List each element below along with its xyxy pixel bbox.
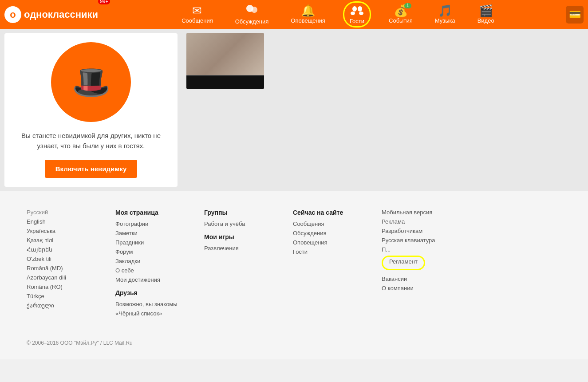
guest-name-bar [186, 75, 264, 89]
my-page-title: Моя страница [115, 209, 178, 216]
nav-label-notifications: Оповещения [291, 17, 325, 24]
lang-english[interactable]: English [27, 218, 89, 225]
nav-label-music: Музыка [435, 17, 455, 24]
logo-text: одноклассники [24, 9, 98, 20]
notifications-icon: 🔔 [301, 5, 315, 16]
lang-romanian-md[interactable]: Română (MD) [27, 265, 89, 272]
discussions-icon [245, 4, 258, 17]
music-icon: 🎵 [438, 5, 452, 16]
nav-item-discussions[interactable]: Обсуждения [231, 2, 273, 27]
invisible-text: Вы станете невидимкой для других, никто … [13, 131, 169, 151]
lang-current: Русский [27, 209, 89, 216]
now-discussions[interactable]: Обсуждения [293, 230, 355, 236]
vacancies[interactable]: Вакансии [382, 276, 444, 282]
now-notifications[interactable]: Оповещения [293, 239, 355, 246]
logo-area[interactable]: о одноклассники 99+ [4, 6, 110, 23]
footer-col-groups: Группы Работа и учёба Мои игры Развлечен… [204, 209, 266, 319]
footer-copyright: © 2006–2016 ООО "Мэйл.Ру" / LLC Mail.Ru [27, 333, 561, 346]
svg-point-5 [359, 12, 363, 15]
reglament-highlight: Регламент [382, 256, 425, 270]
mobile-version[interactable]: Мобильная версия [382, 209, 444, 216]
footer-col-right: Мобильная версия Реклама Разработчикам Р… [382, 209, 444, 319]
guest-area [182, 33, 588, 187]
nav-item-video[interactable]: 🎬 Видео [473, 3, 499, 26]
nav-item-guests[interactable]: Гости [343, 1, 371, 28]
logo-icon: о [4, 6, 21, 23]
invisible-panel: 🎩 Вы станете невидимкой для других, никт… [4, 33, 178, 187]
now-guests[interactable]: Гости [293, 248, 355, 255]
my-page-holidays[interactable]: Праздники [115, 239, 178, 246]
svg-point-4 [351, 12, 355, 15]
nav-label-video: Видео [478, 17, 494, 24]
nav-item-messages[interactable]: ✉ Сообщения [177, 3, 217, 26]
groups-work-study[interactable]: Работа и учёба [204, 221, 266, 227]
wallet-icon[interactable]: 💳 [566, 6, 584, 24]
now-on-site-title: Сейчас на сайте [293, 209, 355, 216]
svg-point-2 [352, 6, 357, 12]
copyright-text: © 2006–2016 ООО "Мэйл.Ру" / LLC Mail.Ru [27, 340, 133, 346]
logo-badge: 99+ [98, 0, 110, 4]
placeholder-item: П... [382, 246, 444, 253]
svg-point-3 [358, 6, 362, 12]
about-company[interactable]: О компании [382, 285, 444, 291]
footer-col-my-page: Моя страница Фотографии Заметки Праздник… [115, 209, 178, 319]
lang-kazakh[interactable]: Қазақ тілі [27, 237, 89, 244]
guests-icon [350, 4, 363, 17]
my-page-achievements[interactable]: Мои достижения [115, 276, 178, 283]
footer-col-languages: Русский English Українська Қазақ тілі Հա… [27, 209, 89, 319]
svg-point-1 [251, 7, 257, 13]
nav-items: ✉ Сообщения Обсуждения 🔔 Оповещения [110, 1, 566, 28]
now-messages[interactable]: Сообщения [293, 221, 355, 227]
messages-icon: ✉ [192, 5, 202, 16]
nav-item-events[interactable]: 💰 1 События [384, 3, 417, 26]
russian-keyboard[interactable]: Русская клавиатура [382, 237, 444, 244]
main-content: 🎩 Вы станете невидимкой для других, никт… [0, 29, 588, 191]
my-page-bookmarks[interactable]: Закладки [115, 258, 178, 264]
nav-right: 💳 [566, 6, 584, 24]
nav-label-events: События [389, 17, 413, 24]
lang-ukrainian[interactable]: Українська [27, 228, 89, 234]
my-games-section: Мои игры Развлечения [204, 233, 266, 252]
lang-armenian[interactable]: Հայերեն [27, 246, 89, 253]
footer-col-now-on-site: Сейчас на сайте Сообщения Обсуждения Опо… [293, 209, 355, 319]
my-page-forum[interactable]: Форум [115, 248, 178, 255]
nav-label-messages: Сообщения [182, 17, 213, 24]
guest-photo-image [186, 33, 264, 75]
nav-item-music[interactable]: 🎵 Музыка [430, 3, 460, 26]
invisible-button[interactable]: Включить невидимку [45, 160, 138, 178]
my-page-notes[interactable]: Заметки [115, 230, 178, 236]
guest-photo-1[interactable] [186, 33, 264, 89]
nav-label-discussions: Обсуждения [235, 18, 269, 25]
video-icon: 🎬 [479, 5, 493, 16]
lang-azerbaijani[interactable]: Azərbaycan dili [27, 274, 89, 281]
friends-section: Друзья Возможно, вы знакомы «Чёрный спис… [115, 289, 178, 317]
avatar-placeholder: 🎩 [51, 42, 131, 122]
reglament-link[interactable]: Регламент [389, 258, 418, 265]
lang-romanian-ro[interactable]: Română (RO) [27, 284, 89, 290]
friends-blacklist[interactable]: «Чёрный список» [115, 310, 178, 317]
avatar-hat-icon: 🎩 [72, 64, 110, 100]
friends-maybe-know[interactable]: Возможно, вы знакомы [115, 301, 178, 307]
my-page-about[interactable]: О себе [115, 267, 178, 274]
my-games-title: Мои игры [204, 233, 266, 240]
events-icon: 💰 1 [394, 5, 408, 16]
lang-georgian[interactable]: ქართული [27, 302, 89, 309]
nav-item-notifications[interactable]: 🔔 Оповещения [286, 3, 330, 26]
footer: Русский English Українська Қазақ тілі Հա… [0, 191, 588, 359]
friends-title: Друзья [115, 289, 178, 296]
lang-uzbek[interactable]: O'zbek tili [27, 256, 89, 262]
guest-photos [186, 33, 584, 89]
my-page-photos[interactable]: Фотографии [115, 221, 178, 227]
my-games-entertainment[interactable]: Развлечения [204, 245, 266, 252]
events-badge: 1 [404, 3, 411, 8]
footer-columns: Русский English Українська Қазақ тілі Հա… [27, 209, 561, 319]
nav-label-guests: Гости [350, 18, 364, 24]
header: о одноклассники 99+ ✉ Сообщения Обсужден… [0, 0, 588, 29]
lang-turkish[interactable]: Türkçe [27, 293, 89, 299]
groups-title: Группы [204, 209, 266, 216]
advertising[interactable]: Реклама [382, 218, 444, 225]
developers[interactable]: Разработчикам [382, 228, 444, 234]
